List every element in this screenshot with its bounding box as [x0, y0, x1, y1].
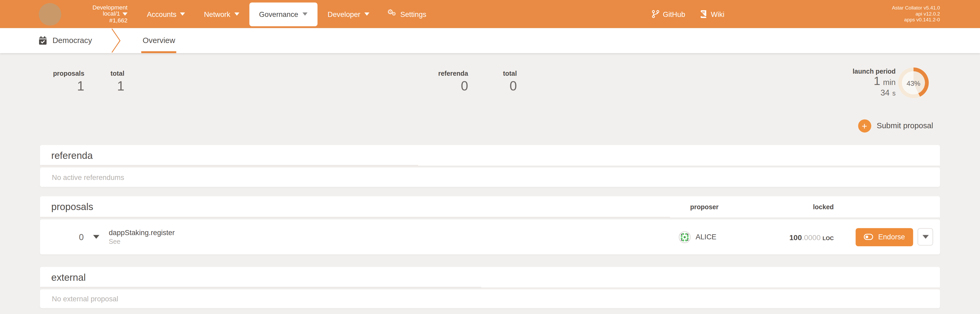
external-section: external No external proposal: [40, 267, 940, 308]
external-empty-message: No external proposal: [40, 290, 940, 308]
api-version: api v12.0.2: [892, 11, 940, 17]
chain-logo[interactable]: [39, 3, 61, 26]
calendar-check-icon: [39, 36, 47, 45]
menu-settings[interactable]: ⚙⚙ Settings: [379, 0, 436, 28]
proposal-index: 0: [40, 232, 84, 242]
chevron-down-icon: [93, 235, 99, 239]
referenda-empty-message: No active referendums: [40, 167, 940, 187]
column-header-proposer: proposer: [671, 203, 738, 210]
call-doc: See: [109, 237, 671, 245]
version-info: Astar Collator v5.41.0 api v12.0.2 apps …: [892, 5, 980, 23]
endorse-button[interactable]: Endorse: [856, 228, 913, 246]
external-header: external: [40, 267, 940, 287]
stat-proposals-total: total 1: [87, 69, 124, 94]
chevron-down-icon: [303, 13, 308, 16]
wiki-link[interactable]: Wiki: [700, 10, 725, 18]
stat-launch-period: launch period 1 min 34 s: [771, 67, 896, 98]
app-root: Development local/1 #1,662 Accounts Netw…: [0, 0, 980, 314]
proposer-name[interactable]: ALICE: [695, 233, 716, 241]
more-actions-dropdown[interactable]: [918, 228, 933, 245]
menu-developer[interactable]: Developer: [318, 0, 379, 28]
section-title-proposals: proposals: [40, 201, 671, 213]
toggle-icon: [864, 234, 873, 240]
code-branch-icon: [651, 10, 659, 18]
summary-stats: proposals 1 total 1 referenda 0 total 0 …: [0, 53, 980, 109]
breadcrumb: Democracy: [0, 28, 92, 53]
gears-icon: ⚙⚙: [388, 10, 396, 18]
chevron-down-icon: [364, 13, 369, 16]
referenda-header: referenda: [40, 145, 940, 166]
github-link[interactable]: GitHub: [651, 10, 685, 18]
menu-governance[interactable]: Governance: [249, 0, 318, 28]
chevron-down-icon: [922, 235, 929, 239]
table-row: 0 dappStaking.register See: [40, 219, 940, 254]
launch-period-progress-ring: 43%: [898, 67, 929, 98]
stat-proposals: proposals 1: [22, 69, 84, 94]
node-version: Astar Collator v5.41.0: [892, 5, 940, 11]
submit-proposal-row: + Submit proposal: [0, 113, 980, 138]
proposals-section: proposals proposer locked 0 dappStaking.…: [40, 196, 940, 254]
page-title: Democracy: [52, 36, 92, 45]
main-menu: Accounts Network Governance Developer ⚙⚙…: [137, 0, 436, 28]
chain-block-number: #1,662: [68, 18, 127, 24]
top-navbar: Development local/1 #1,662 Accounts Netw…: [0, 0, 980, 28]
launch-period-percent: 43%: [907, 79, 920, 86]
chevron-down-icon: [180, 13, 185, 16]
referenda-body: No active referendums: [40, 167, 940, 187]
book-icon: [700, 10, 707, 18]
external-links: GitHub Wiki: [651, 10, 724, 18]
proposer-cell: ALICE: [671, 231, 738, 243]
expand-call-toggle[interactable]: [84, 235, 109, 239]
chain-network: local/1: [103, 11, 120, 18]
launch-minutes: 1: [873, 75, 880, 88]
proposals-header: proposals proposer locked: [40, 196, 940, 218]
proposal-call: dappStaking.register See: [109, 229, 671, 245]
stat-referenda-total: total 0: [479, 69, 517, 94]
chevron-down-icon: [234, 13, 239, 16]
submit-proposal-button[interactable]: Submit proposal: [877, 121, 933, 130]
locked-balance: 100.0000LOC: [738, 231, 834, 242]
chevron-separator: [111, 28, 122, 53]
menu-network[interactable]: Network: [194, 0, 248, 28]
section-title-referenda: referenda: [40, 150, 93, 161]
plus-icon[interactable]: +: [858, 119, 871, 132]
proposals-body: 0 dappStaking.register See: [40, 219, 940, 254]
call-name: dappStaking.register: [109, 229, 671, 236]
column-header-locked: locked: [738, 203, 834, 210]
stat-referenda: referenda 0: [380, 69, 468, 94]
section-title-external: external: [40, 271, 86, 283]
external-body: No external proposal: [40, 290, 940, 308]
chevron-down-icon: [123, 13, 127, 16]
menu-accounts[interactable]: Accounts: [137, 0, 194, 28]
chain-selector[interactable]: Development local/1 #1,662: [68, 4, 127, 24]
tab-bar: Democracy Overview: [0, 28, 980, 53]
identicon-avatar[interactable]: [679, 231, 690, 243]
content-area: proposals 1 total 1 referenda 0 total 0 …: [0, 53, 980, 308]
chain-name: Development: [68, 4, 127, 11]
row-actions: Endorse: [834, 228, 940, 246]
referenda-section: referenda No active referendums: [40, 145, 940, 187]
apps-version: apps v0.141.2-0: [892, 17, 940, 23]
tab-overview[interactable]: Overview: [142, 28, 177, 53]
launch-seconds: 34: [881, 88, 889, 98]
